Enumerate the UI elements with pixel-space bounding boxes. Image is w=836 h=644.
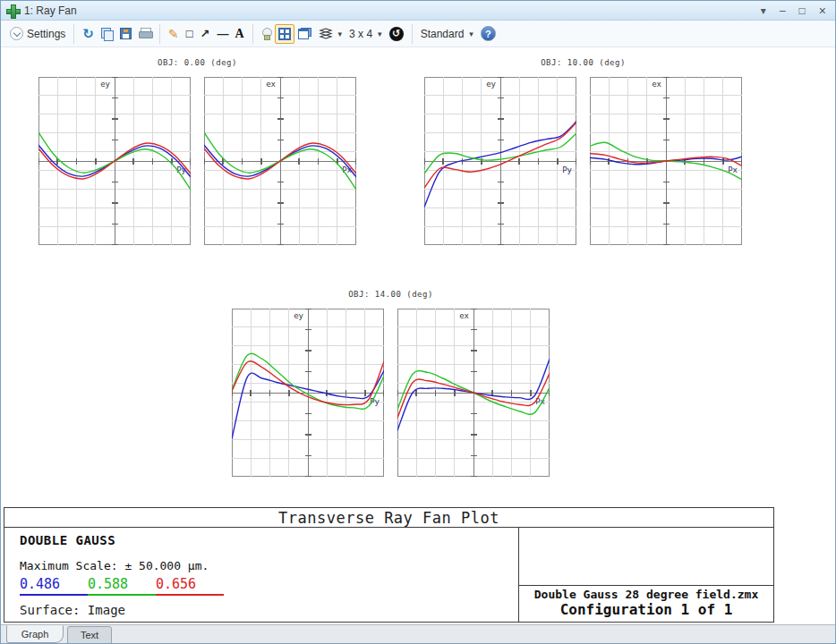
file-info-panel: Double Gauss 28 degree field.zmx Configu… — [519, 528, 773, 623]
draw-line-button[interactable]: — — [213, 25, 231, 42]
svg-text:ex: ex — [652, 80, 661, 89]
annotate-pencil-button[interactable]: ✎ — [165, 25, 183, 43]
field-title-0deg: OBJ: 0.00 (deg) — [38, 58, 356, 67]
chevron-down-icon: ▾ — [469, 30, 473, 38]
pin-window-icon[interactable]: ▾ — [761, 5, 766, 16]
ray-fan-plot-14deg-ex: exPx — [397, 309, 550, 477]
chevron-down-icon: ▾ — [378, 30, 382, 38]
mode-label: Standard — [421, 28, 465, 40]
field-title-14deg: OBJ: 14.00 (deg) — [232, 290, 550, 299]
help-button[interactable]: ? — [477, 23, 499, 44]
view-tab-bar: Graph Text — [1, 624, 835, 644]
lamp-icon — [261, 28, 271, 40]
rectangle-icon: □ — [186, 28, 193, 39]
add-text-button[interactable]: A — [231, 25, 247, 43]
svg-text:ex: ex — [266, 80, 276, 89]
grid-layout-dropdown[interactable]: 3 x 4 ▾ — [345, 25, 386, 43]
close-icon[interactable]: × — [819, 4, 826, 17]
toolbar-separator — [252, 24, 253, 44]
wavelength-legend-item: 0.656 — [156, 576, 224, 596]
settings-button[interactable]: Settings — [6, 24, 69, 43]
grid-layout-label: 3 x 4 — [349, 28, 372, 40]
ray-fan-window: 1: Ray Fan ▾ – □ × Settings ↻ ✎ □ ↗ — A — [0, 0, 836, 644]
wavelength-legend-item: 0.486 — [20, 576, 88, 596]
save-icon — [120, 28, 132, 39]
svg-text:Py: Py — [562, 165, 572, 174]
refresh-button[interactable]: ↻ — [79, 24, 98, 43]
ray-fan-plot-10deg-ex: exPx — [590, 77, 742, 245]
fit-window-icon — [278, 28, 291, 40]
ray-fan-plot-10deg-ey: eyPy — [424, 77, 576, 245]
tab-text[interactable]: Text — [67, 626, 112, 644]
lens-file-name: Double Gauss 28 degree field.zmx — [519, 588, 773, 601]
line-icon: — — [217, 28, 227, 39]
tab-graph[interactable]: Graph — [6, 625, 64, 643]
surface-stack-dropdown[interactable]: ▾ — [315, 25, 346, 42]
toolbar: Settings ↻ ✎ □ ↗ — A ▾ 3 x 4 ▾ ↺ — [1, 21, 835, 47]
svg-text:ex: ex — [459, 311, 469, 320]
toolbar-separator — [412, 24, 413, 44]
mode-dropdown[interactable]: Standard ▾ — [417, 25, 477, 43]
help-icon: ? — [481, 26, 496, 41]
max-scale-label: Maximum Scale: ± 50.000 μm. — [20, 559, 518, 572]
maximize-icon[interactable]: □ — [799, 5, 806, 16]
settings-label: Settings — [27, 28, 65, 40]
lens-name: DOUBLE GAUSS — [20, 533, 518, 547]
plot-main-title: Transverse Ray Fan Plot — [4, 508, 773, 528]
print-button[interactable] — [135, 25, 155, 42]
ray-fan-plot-0deg-ex: exPx — [204, 77, 356, 245]
chevron-down-icon: ▾ — [338, 30, 343, 38]
cascade-windows-icon — [298, 28, 311, 39]
copy-button[interactable] — [98, 25, 116, 43]
file-info-empty-cell — [519, 528, 773, 586]
configuration-label: Configuration 1 of 1 — [519, 601, 773, 618]
draw-rectangle-button[interactable]: □ — [183, 25, 197, 42]
ray-fan-plot-0deg-ey: eyPy — [38, 77, 191, 245]
chevron-down-circle-icon — [10, 27, 23, 40]
zemax-window-icon — [6, 4, 19, 17]
toolbar-separator — [73, 24, 74, 44]
title-bar[interactable]: 1: Ray Fan ▾ – □ × — [1, 1, 835, 21]
svg-text:ey: ey — [294, 311, 303, 320]
svg-text:ey: ey — [486, 80, 496, 89]
save-button[interactable] — [116, 25, 135, 42]
svg-text:ey: ey — [100, 80, 110, 89]
fit-to-window-button-active[interactable] — [275, 24, 294, 44]
refresh-icon: ↻ — [82, 27, 94, 40]
wavelength-legend: 0.486 0.588 0.656 — [20, 576, 518, 596]
lamp-button[interactable] — [258, 25, 275, 43]
history-button[interactable]: ↺ — [386, 24, 407, 44]
surface-label: Surface: Image — [20, 603, 518, 617]
layers-icon — [319, 28, 333, 39]
window-title: 1: Ray Fan — [24, 4, 77, 17]
pencil-icon: ✎ — [168, 28, 179, 40]
plot-info-box: Transverse Ray Fan Plot DOUBLE GAUSS Max… — [4, 507, 774, 623]
cascade-windows-button[interactable] — [294, 25, 315, 42]
clock-icon: ↺ — [389, 27, 404, 41]
text-icon: A — [235, 28, 243, 40]
field-title-10deg: OBJ: 10.00 (deg) — [424, 58, 742, 67]
arrow-icon: ↗ — [200, 28, 210, 39]
draw-arrow-button[interactable]: ↗ — [197, 25, 214, 42]
wavelength-legend-item: 0.588 — [88, 576, 156, 596]
print-icon — [139, 28, 151, 39]
toolbar-separator — [159, 24, 160, 44]
copy-icon — [101, 28, 113, 40]
ray-fan-plot-14deg-ey: eyPy — [232, 309, 384, 477]
lens-info-panel: DOUBLE GAUSS Maximum Scale: ± 50.000 μm.… — [4, 528, 519, 623]
minimize-icon[interactable]: – — [780, 5, 786, 16]
